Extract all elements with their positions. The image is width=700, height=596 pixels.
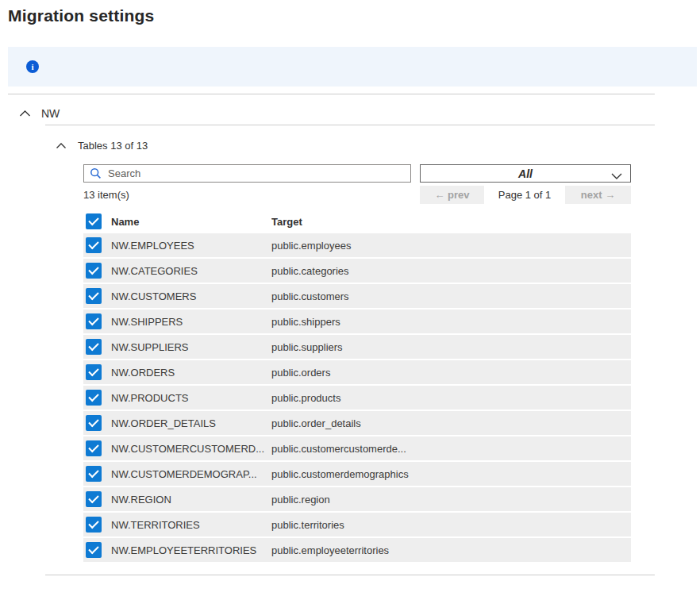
row-name: NW.SHIPPERS (111, 316, 271, 328)
row-checkbox[interactable] (86, 542, 102, 558)
row-target: public.employees (271, 240, 631, 252)
row-checkbox[interactable] (86, 491, 102, 507)
row-target: public.customercustomerde... (271, 443, 631, 455)
schema-section-header[interactable]: NW (16, 102, 700, 125)
row-checkbox[interactable] (86, 390, 102, 406)
table-row: NW.CATEGORIESpublic.categories (83, 259, 631, 283)
table-row: NW.TERRITORIESpublic.territories (83, 513, 631, 536)
chevron-up-icon[interactable] (16, 106, 33, 121)
row-name: NW.CUSTOMERDEMOGRAP... (111, 468, 271, 480)
row-target: public.customerdemographics (271, 468, 631, 480)
table-row: NW.ORDER_DETAILSpublic.order_details (83, 411, 631, 435)
table-row: NW.CUSTOMERSpublic.customers (83, 284, 631, 308)
table-header-row: Name Target (83, 210, 631, 233)
table-row: NW.REGIONpublic.region (83, 487, 631, 511)
prev-page-button[interactable]: ← prev (420, 186, 484, 204)
row-target: public.suppliers (271, 341, 631, 353)
row-target: public.shippers (271, 316, 631, 328)
row-checkbox[interactable] (86, 288, 102, 304)
filter-dropdown-value: All (421, 167, 630, 180)
row-name: NW.TERRITORIES (111, 519, 271, 531)
row-name: NW.CUSTOMERS (111, 290, 271, 302)
row-target: public.employeeterritories (271, 544, 631, 556)
info-banner: i (8, 47, 697, 87)
row-name: NW.ORDER_DETAILS (111, 417, 271, 429)
row-target: public.orders (271, 367, 631, 379)
table-row: NW.ORDERSpublic.orders (83, 360, 631, 384)
meta-row: 13 item(s) ← prev Page 1 of 1 next → (83, 186, 631, 204)
table-row: NW.EMPLOYEESpublic.employees (83, 233, 631, 257)
row-checkbox[interactable] (86, 364, 102, 380)
page-title: Migration settings (8, 6, 700, 25)
column-header-target: Target (271, 216, 631, 228)
table-row: NW.SUPPLIERSpublic.suppliers (83, 335, 631, 359)
row-name: NW.CATEGORIES (111, 265, 271, 277)
row-name: NW.EMPLOYEETERRITORIES (111, 544, 271, 556)
row-checkbox[interactable] (86, 517, 102, 533)
table-row: NW.SHIPPERSpublic.shippers (83, 310, 631, 333)
row-target: public.order_details (271, 417, 631, 429)
search-box[interactable] (83, 164, 411, 183)
row-target: public.products (271, 392, 631, 404)
row-name: NW.EMPLOYEES (111, 240, 271, 252)
row-target: public.region (271, 494, 631, 506)
chevron-down-icon (610, 169, 623, 183)
row-checkbox[interactable] (86, 313, 102, 329)
search-input[interactable] (108, 167, 410, 179)
row-target: public.categories (271, 265, 631, 277)
schema-name: NW (41, 107, 60, 120)
items-count: 13 item(s) (83, 189, 129, 201)
row-checkbox[interactable] (86, 263, 102, 279)
filter-dropdown[interactable]: All (420, 164, 631, 183)
next-page-button[interactable]: next → (565, 186, 631, 204)
row-checkbox[interactable] (86, 339, 102, 355)
pagination: ← prev Page 1 of 1 next → (420, 186, 631, 204)
divider (45, 125, 655, 125)
divider (8, 94, 655, 94)
migration-settings-page: Migration settings i NW Tables 13 of 13 (0, 0, 700, 575)
tables-table: Name Target NW.EMPLOYEESpublic.employees… (83, 210, 631, 562)
row-name: NW.REGION (111, 494, 271, 506)
table-row: NW.CUSTOMERCUSTOMERD...public.customercu… (83, 436, 631, 460)
select-all-checkbox[interactable] (86, 213, 102, 229)
column-header-name: Name (111, 216, 271, 228)
tables-section-header[interactable]: Tables 13 of 13 (52, 136, 700, 155)
tables-toolbar: All (83, 164, 631, 183)
page-indicator: Page 1 of 1 (498, 189, 552, 201)
row-checkbox[interactable] (86, 440, 102, 456)
table-row: NW.CUSTOMERDEMOGRAP...public.customerdem… (83, 462, 631, 486)
tables-panel: All 13 item(s) ← prev Page 1 of 1 next →… (83, 164, 631, 562)
table-body: NW.EMPLOYEESpublic.employeesNW.CATEGORIE… (83, 233, 631, 562)
row-target: public.customers (271, 290, 631, 302)
row-checkbox[interactable] (86, 466, 102, 482)
table-row: NW.PRODUCTSpublic.products (83, 386, 631, 410)
row-name: NW.ORDERS (111, 367, 271, 379)
row-name: NW.PRODUCTS (111, 392, 271, 404)
row-target: public.territories (271, 519, 631, 531)
info-icon: i (26, 60, 39, 73)
divider (45, 575, 655, 575)
table-row: NW.EMPLOYEETERRITORIESpublic.employeeter… (83, 538, 631, 562)
row-name: NW.CUSTOMERCUSTOMERD... (111, 443, 271, 455)
chevron-up-icon[interactable] (52, 138, 70, 152)
search-icon (90, 167, 102, 179)
row-name: NW.SUPPLIERS (111, 341, 271, 353)
row-checkbox[interactable] (86, 415, 102, 431)
row-checkbox[interactable] (86, 237, 102, 253)
tables-section-label: Tables 13 of 13 (78, 140, 148, 152)
